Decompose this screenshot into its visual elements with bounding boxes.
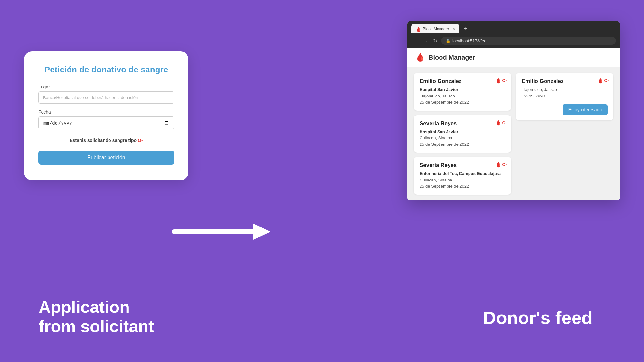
blood-drop-icon: 🩸 xyxy=(495,78,502,84)
new-tab-button[interactable]: + xyxy=(461,23,471,34)
fecha-label: Fecha xyxy=(38,109,174,115)
card-detail-1: Hospital San Javier Tlajomulco, Jalisco … xyxy=(420,87,506,106)
blood-badge-2: 🩸 O- xyxy=(495,120,507,126)
blood-drop-icon-right: 🩸 xyxy=(597,78,604,84)
tab-favicon: 🩸 xyxy=(416,27,420,31)
browser-addressbar: ← → ↻ 🔒 localhost:5173/feed xyxy=(407,34,620,48)
blood-type-info: Estarás solicitando sangre tipo O- xyxy=(38,138,174,143)
browser-chrome: 🩸 Blood Manager × + ← → ↻ 🔒 localhost:51… xyxy=(407,21,620,48)
lugar-label: Lugar xyxy=(38,84,174,89)
feed-right-column: 🩸 O- Emilio Gonzalez Tlajomulco, Jalisco… xyxy=(516,73,613,195)
blood-badge-right: 🩸 O- xyxy=(597,78,609,84)
card-name-right: Emilio Gonzalez xyxy=(522,78,595,85)
feed-left-column: 🩸 O- Emilio Gonzalez Hospital San Javier… xyxy=(414,73,511,195)
browser-content: 🩸 Blood Manager 🩸 O- Emilio Gonzalez Hos… xyxy=(407,48,620,200)
address-text: localhost:5173/feed xyxy=(452,38,489,43)
card-detail-2: Hospital San Javier Culiacan, Sinaloa 25… xyxy=(420,129,506,148)
feed-card-right: 🩸 O- Emilio Gonzalez Tlajomulco, Jalisco… xyxy=(516,73,613,120)
address-field[interactable]: 🔒 localhost:5173/feed xyxy=(441,37,616,45)
feed-grid: 🩸 O- Emilio Gonzalez Hospital San Javier… xyxy=(407,67,620,200)
feed-card-2: 🩸 O- Severia Reyes Hospital San Javier C… xyxy=(414,115,511,153)
blood-badge-3: 🩸 O- xyxy=(495,162,507,168)
form-title: Petición de donativo de sangre xyxy=(38,64,174,75)
blood-drop-icon-2: 🩸 xyxy=(495,120,502,126)
forward-button[interactable]: → xyxy=(421,37,429,44)
arrow-icon xyxy=(171,219,274,245)
lugar-input[interactable] xyxy=(38,91,174,104)
card-detail-right: Tlajomulco, Jalisco 1234567890 xyxy=(522,87,608,99)
svg-marker-1 xyxy=(253,223,270,240)
app-title: Blood Manager xyxy=(429,54,475,61)
card-name-1: Emilio Gonzalez xyxy=(420,78,493,85)
back-button[interactable]: ← xyxy=(411,37,419,44)
interested-button[interactable]: Estoy interesado xyxy=(563,104,608,115)
form-card: Petición de donativo de sangre Lugar Fec… xyxy=(24,51,188,180)
lock-icon: 🔒 xyxy=(446,39,450,43)
app-header: 🩸 Blood Manager xyxy=(407,48,620,67)
publish-button[interactable]: Publicar petición xyxy=(38,151,174,165)
app-logo-icon: 🩸 xyxy=(415,52,425,62)
browser-tab-active[interactable]: 🩸 Blood Manager × xyxy=(411,24,459,33)
tab-title: Blood Manager xyxy=(423,27,449,31)
bottom-left-label: Application from solicitant xyxy=(39,298,154,336)
fecha-input[interactable] xyxy=(38,116,174,129)
feed-card-3: 🩸 O- Severia Reyes Enfermeria del Tec, C… xyxy=(414,157,511,195)
browser-window: 🩸 Blood Manager × + ← → ↻ 🔒 localhost:51… xyxy=(407,21,620,200)
arrow-container xyxy=(167,219,277,245)
bottom-right-label: Donor's feed xyxy=(483,307,592,328)
refresh-button[interactable]: ↻ xyxy=(432,37,439,44)
card-detail-3: Enfermeria del Tec, Campus Guadalajara C… xyxy=(420,171,506,190)
feed-card-1: 🩸 O- Emilio Gonzalez Hospital San Javier… xyxy=(414,73,511,111)
tab-close-button[interactable]: × xyxy=(452,26,455,31)
card-name-2: Severia Reyes xyxy=(420,120,493,127)
blood-drop-icon-3: 🩸 xyxy=(495,162,502,168)
card-name-3: Severia Reyes xyxy=(420,162,493,169)
browser-tabs: 🩸 Blood Manager × + xyxy=(407,21,620,34)
blood-badge-1: 🩸 O- xyxy=(495,78,507,84)
